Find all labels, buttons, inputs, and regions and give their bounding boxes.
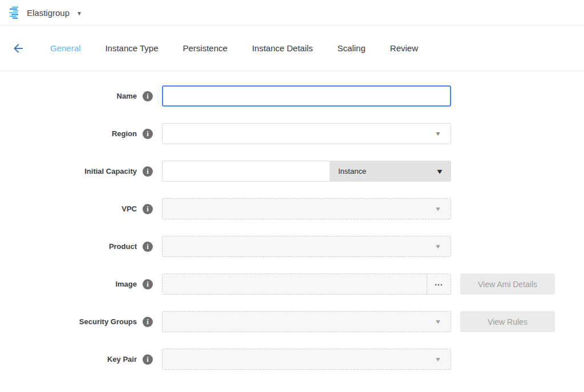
tab-instance-details[interactable]: Instance Details (252, 43, 313, 53)
tab-general[interactable]: General (50, 43, 80, 53)
top-header: Elastigroup ▼ (0, 0, 584, 26)
vpc-select: ▼ (162, 198, 451, 219)
elastigroup-menu[interactable]: Elastigroup ▼ (8, 6, 82, 19)
dropdown-caret-icon: ▼ (435, 357, 441, 362)
capacity-unit-select[interactable]: Instance ▼ (330, 161, 451, 182)
back-button[interactable] (11, 42, 25, 55)
product-info-icon[interactable]: i (143, 242, 153, 252)
view-ami-details-button[interactable]: View Ami Details (460, 273, 555, 295)
product-label: Product (109, 242, 137, 251)
app-title: Elastigroup (27, 8, 70, 18)
tabs: General Instance Type Persistence Instan… (50, 43, 418, 53)
tab-scaling[interactable]: Scaling (338, 43, 366, 53)
chevron-down-icon: ▼ (76, 9, 82, 17)
form-row-initial-capacity: Initial Capacity i Instance ▼ (0, 161, 584, 182)
elastigroup-logo-icon (8, 6, 22, 19)
name-input[interactable] (162, 85, 451, 107)
name-info-icon[interactable]: i (143, 91, 153, 101)
initial-capacity-info-icon[interactable]: i (143, 166, 153, 177)
region-info-icon[interactable]: i (143, 129, 153, 139)
dropdown-caret-icon: ▼ (435, 319, 441, 325)
key-pair-info-icon[interactable]: i (143, 354, 153, 365)
image-value (163, 274, 427, 294)
image-label: Image (115, 280, 137, 288)
general-form: Name i Region i ▼ Initial Capacity i Ins… (0, 71, 584, 370)
product-select: ▼ (162, 236, 451, 257)
name-label: Name (117, 92, 137, 100)
form-row-image: Image i ... View Ami Details (0, 273, 584, 295)
security-groups-label: Security Groups (79, 317, 137, 326)
region-label: Region (112, 129, 137, 138)
dropdown-caret-icon: ▼ (435, 131, 441, 137)
initial-capacity-input[interactable] (162, 161, 330, 182)
image-browse-button[interactable]: ... (427, 274, 451, 294)
tab-review[interactable]: Review (390, 43, 418, 53)
view-rules-button[interactable]: View Rules (460, 311, 555, 332)
form-row-name: Name i (0, 85, 584, 107)
key-pair-label: Key Pair (107, 355, 137, 364)
form-row-vpc: VPC i ▼ (0, 198, 584, 219)
form-row-region: Region i ▼ (0, 123, 584, 144)
tab-persistence[interactable]: Persistence (183, 43, 228, 53)
security-groups-select: ▼ (162, 311, 451, 332)
image-input: ... (162, 273, 451, 295)
arrow-back-icon (11, 42, 25, 55)
vpc-info-icon[interactable]: i (143, 204, 153, 214)
vpc-label: VPC (121, 205, 137, 213)
dropdown-caret-icon: ▼ (436, 168, 444, 175)
form-row-key-pair: Key Pair i ▼ (0, 349, 584, 370)
form-row-security-groups: Security Groups i ▼ View Rules (0, 311, 584, 332)
key-pair-select: ▼ (162, 349, 451, 370)
image-info-icon[interactable]: i (143, 279, 153, 289)
initial-capacity-label: Initial Capacity (84, 167, 137, 175)
region-select[interactable]: ▼ (162, 123, 451, 144)
tab-instance-type[interactable]: Instance Type (105, 43, 158, 53)
capacity-unit-value: Instance (338, 167, 366, 175)
wizard-tab-bar: General Instance Type Persistence Instan… (0, 26, 584, 71)
security-groups-info-icon[interactable]: i (143, 317, 153, 327)
form-row-product: Product i ▼ (0, 236, 584, 257)
dropdown-caret-icon: ▼ (435, 244, 441, 250)
dropdown-caret-icon: ▼ (435, 206, 441, 212)
